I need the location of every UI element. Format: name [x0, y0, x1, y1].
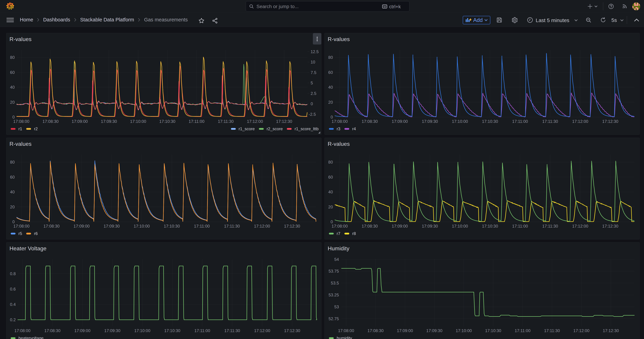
svg-text:17:09:30: 17:09:30 — [426, 328, 442, 333]
svg-text:17:09:00: 17:09:00 — [74, 328, 90, 333]
svg-text:0: 0 — [12, 220, 15, 224]
svg-text:17:09:30: 17:09:30 — [101, 119, 117, 124]
svg-text:80: 80 — [328, 160, 333, 164]
svg-text:5: 5 — [310, 80, 313, 85]
svg-text:53.25: 53.25 — [328, 292, 339, 297]
svg-text:80: 80 — [10, 55, 15, 60]
svg-text:17:11:30: 17:11:30 — [224, 224, 240, 228]
svg-text:80: 80 — [328, 55, 333, 60]
svg-text:0: 0 — [330, 220, 333, 224]
svg-text:0.2: 0.2 — [10, 318, 16, 322]
svg-text:17:12:00: 17:12:00 — [247, 119, 263, 124]
svg-text:17:09:00: 17:09:00 — [72, 119, 88, 124]
svg-text:17:08:00: 17:08:00 — [332, 119, 348, 124]
svg-text:0.4: 0.4 — [10, 302, 16, 307]
svg-text:17:09:30: 17:09:30 — [422, 224, 438, 228]
svg-text:17:10:30: 17:10:30 — [164, 224, 180, 228]
svg-text:17:11:00: 17:11:00 — [512, 224, 528, 228]
svg-text:17:12:30: 17:12:30 — [602, 224, 618, 228]
svg-text:0: 0 — [310, 102, 313, 106]
svg-text:17:08:30: 17:08:30 — [368, 328, 384, 333]
svg-text:54: 54 — [334, 257, 339, 262]
svg-text:17:08:30: 17:08:30 — [362, 224, 378, 228]
svg-text:12.5: 12.5 — [310, 49, 319, 54]
svg-text:17:11:00: 17:11:00 — [515, 328, 530, 333]
svg-text:17:12:30: 17:12:30 — [284, 328, 300, 333]
svg-text:17:08:30: 17:08:30 — [44, 328, 60, 333]
svg-text:20: 20 — [10, 100, 15, 104]
svg-text:17:08:00: 17:08:00 — [14, 224, 30, 228]
svg-text:17:11:30: 17:11:30 — [544, 328, 560, 333]
svg-text:17:10:00: 17:10:00 — [130, 119, 146, 124]
svg-text:17:09:00: 17:09:00 — [74, 224, 90, 228]
svg-text:17:11:30: 17:11:30 — [542, 119, 558, 124]
svg-text:17:10:30: 17:10:30 — [159, 119, 175, 124]
svg-text:17:10:30: 17:10:30 — [164, 328, 180, 333]
svg-text:17:11:00: 17:11:00 — [194, 224, 210, 228]
svg-text:17:11:00: 17:11:00 — [189, 119, 204, 124]
svg-text:17:08:30: 17:08:30 — [362, 119, 378, 124]
svg-text:0: 0 — [12, 115, 15, 120]
svg-text:17:12:00: 17:12:00 — [254, 224, 270, 228]
svg-text:17:09:30: 17:09:30 — [104, 328, 120, 333]
svg-text:17:09:30: 17:09:30 — [104, 224, 120, 228]
svg-text:53: 53 — [334, 304, 339, 309]
svg-text:52.75: 52.75 — [328, 316, 339, 321]
svg-text:17:12:00: 17:12:00 — [572, 119, 588, 124]
svg-text:40: 40 — [328, 190, 333, 194]
svg-text:17:11:30: 17:11:30 — [224, 328, 240, 333]
svg-text:17:10:30: 17:10:30 — [482, 119, 498, 124]
svg-text:40: 40 — [328, 85, 333, 90]
svg-text:17:12:30: 17:12:30 — [602, 119, 618, 124]
svg-text:60: 60 — [10, 70, 15, 75]
svg-text:60: 60 — [328, 70, 333, 75]
svg-text:17:08:30: 17:08:30 — [44, 224, 60, 228]
svg-text:17:12:00: 17:12:00 — [572, 224, 588, 228]
svg-text:17:11:30: 17:11:30 — [542, 224, 558, 228]
svg-text:17:10:00: 17:10:00 — [456, 328, 472, 333]
svg-text:17:12:00: 17:12:00 — [573, 328, 589, 333]
svg-text:-2.5: -2.5 — [309, 112, 316, 116]
svg-text:17:09:00: 17:09:00 — [392, 224, 408, 228]
svg-text:17:12:00: 17:12:00 — [254, 328, 270, 333]
svg-text:80: 80 — [10, 160, 15, 164]
svg-text:17:09:30: 17:09:30 — [422, 119, 438, 124]
svg-text:17:10:00: 17:10:00 — [134, 328, 150, 333]
svg-text:17:08:00: 17:08:00 — [338, 328, 354, 333]
svg-text:17:08:00: 17:08:00 — [14, 328, 30, 333]
svg-text:17:10:00: 17:10:00 — [452, 224, 468, 228]
svg-text:0.6: 0.6 — [10, 287, 16, 292]
svg-text:17:11:00: 17:11:00 — [512, 119, 528, 124]
svg-text:60: 60 — [10, 174, 15, 179]
svg-text:17:08:00: 17:08:00 — [13, 119, 29, 124]
svg-text:17:10:30: 17:10:30 — [482, 224, 498, 228]
svg-text:40: 40 — [10, 190, 15, 194]
svg-text:17:08:00: 17:08:00 — [332, 224, 348, 228]
svg-text:17:09:00: 17:09:00 — [397, 328, 413, 333]
svg-text:17:10:00: 17:10:00 — [452, 119, 468, 124]
svg-text:17:10:00: 17:10:00 — [134, 224, 150, 228]
svg-text:17:08:30: 17:08:30 — [42, 119, 58, 124]
svg-text:17:11:00: 17:11:00 — [194, 328, 210, 333]
svg-text:20: 20 — [10, 204, 15, 209]
svg-text:60: 60 — [328, 174, 333, 179]
svg-text:20: 20 — [328, 204, 333, 209]
svg-text:2.5: 2.5 — [310, 91, 316, 96]
svg-text:17:10:30: 17:10:30 — [485, 328, 501, 333]
svg-text:53.5: 53.5 — [331, 281, 339, 285]
svg-text:20: 20 — [328, 100, 333, 104]
svg-text:17:12:30: 17:12:30 — [276, 119, 292, 124]
svg-text:17:12:30: 17:12:30 — [603, 328, 619, 333]
svg-text:17:12:30: 17:12:30 — [284, 224, 300, 228]
svg-text:7.5: 7.5 — [310, 70, 316, 75]
svg-text:53.75: 53.75 — [328, 269, 339, 274]
svg-text:0.8: 0.8 — [10, 271, 16, 276]
svg-text:10: 10 — [310, 60, 315, 64]
svg-text:17:09:00: 17:09:00 — [392, 119, 408, 124]
svg-text:0: 0 — [330, 115, 333, 120]
svg-text:17:11:30: 17:11:30 — [218, 119, 234, 124]
svg-text:40: 40 — [10, 85, 15, 90]
